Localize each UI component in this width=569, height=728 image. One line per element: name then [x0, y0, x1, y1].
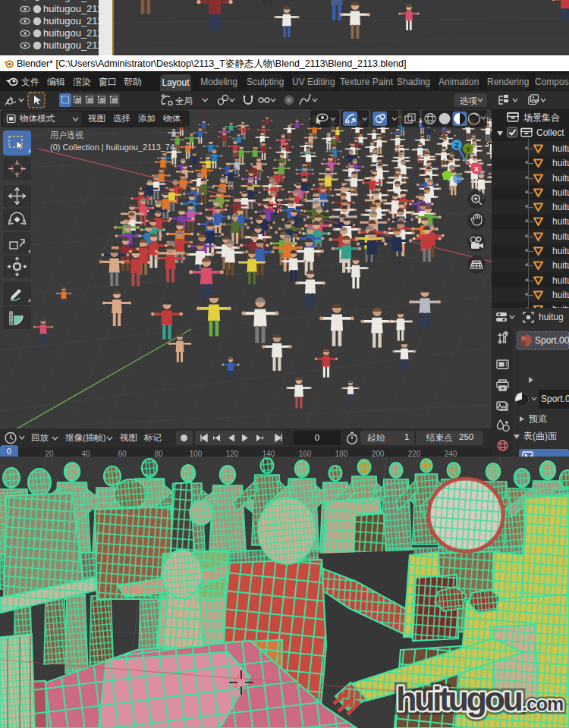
svg-text:全局: 全局 [175, 96, 193, 105]
svg-text:Z: Z [454, 142, 459, 149]
svg-text:X: X [474, 165, 479, 173]
svg-text:选项: 选项 [460, 96, 478, 105]
svg-text:Y: Y [466, 146, 470, 153]
svg-text:huitugou: huitugou [396, 679, 521, 718]
svg-text:.com: .com [522, 693, 563, 714]
